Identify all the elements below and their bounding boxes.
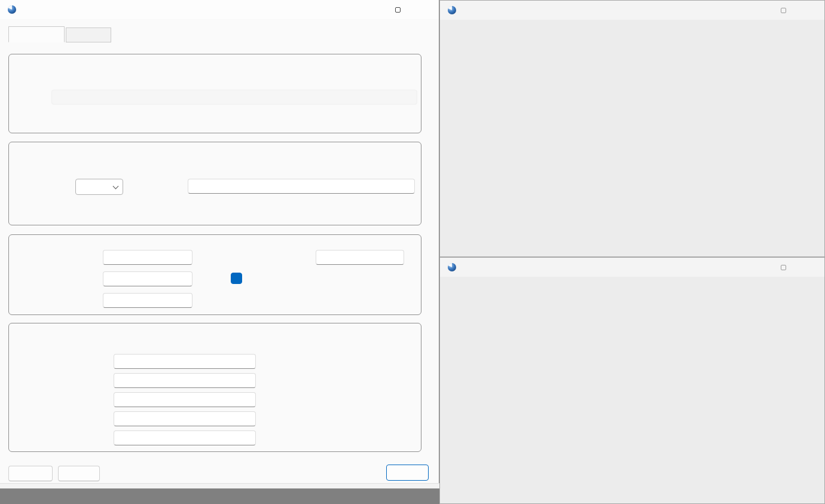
desktop <box>0 0 825 504</box>
tab-options[interactable] <box>66 28 111 42</box>
bins-in-diameter-input[interactable] <box>103 271 192 286</box>
graph3-window <box>439 257 825 504</box>
mean-diameter-field[interactable] <box>114 392 256 407</box>
close-button[interactable] <box>411 0 439 19</box>
maximum-diameter-input[interactable] <box>316 250 404 265</box>
maximize-icon <box>781 265 786 270</box>
maximize-icon <box>395 7 401 13</box>
help-button[interactable] <box>386 465 429 481</box>
data-source-name-field[interactable] <box>51 90 417 105</box>
logarithmic-binning-checkbox[interactable] <box>231 273 242 284</box>
graph3-plot[interactable] <box>440 279 824 504</box>
contrast-input[interactable] <box>103 293 192 308</box>
chevron-down-icon <box>113 184 119 190</box>
full-fit-button[interactable] <box>58 466 100 481</box>
graph4-titlebar <box>440 1 824 20</box>
minimize-button[interactable] <box>742 258 769 277</box>
model-name-select[interactable] <box>75 179 123 195</box>
median-diameter-field[interactable] <box>114 411 256 426</box>
app-icon <box>7 5 17 14</box>
status-bar <box>0 488 439 504</box>
close-button[interactable] <box>797 1 824 20</box>
app-icon <box>447 262 457 272</box>
size-distribution-window <box>0 0 439 504</box>
graph4-window <box>439 0 825 257</box>
graph4-plot[interactable] <box>440 22 824 258</box>
tab-parameters[interactable] <box>8 26 65 42</box>
quick-fit-button[interactable] <box>8 466 53 481</box>
footer-strip <box>0 483 439 488</box>
app-icon <box>447 5 457 15</box>
maximize-button[interactable] <box>769 1 797 20</box>
maximize-icon <box>781 8 786 13</box>
graph3-titlebar <box>440 258 824 277</box>
distribution-parameters-group <box>8 234 421 315</box>
minimize-button[interactable] <box>356 0 384 19</box>
chisq-field[interactable] <box>114 354 256 369</box>
minimize-button[interactable] <box>742 1 769 20</box>
maximize-button[interactable] <box>769 258 797 277</box>
total-volume-fraction-field[interactable] <box>114 373 256 388</box>
aspect-ratio-input[interactable] <box>188 179 415 194</box>
minimum-diameter-input[interactable] <box>103 250 192 265</box>
titlebar <box>0 0 439 19</box>
maximize-button[interactable] <box>384 0 411 19</box>
close-button[interactable] <box>797 258 824 277</box>
mode-diameter-field[interactable] <box>114 430 256 445</box>
